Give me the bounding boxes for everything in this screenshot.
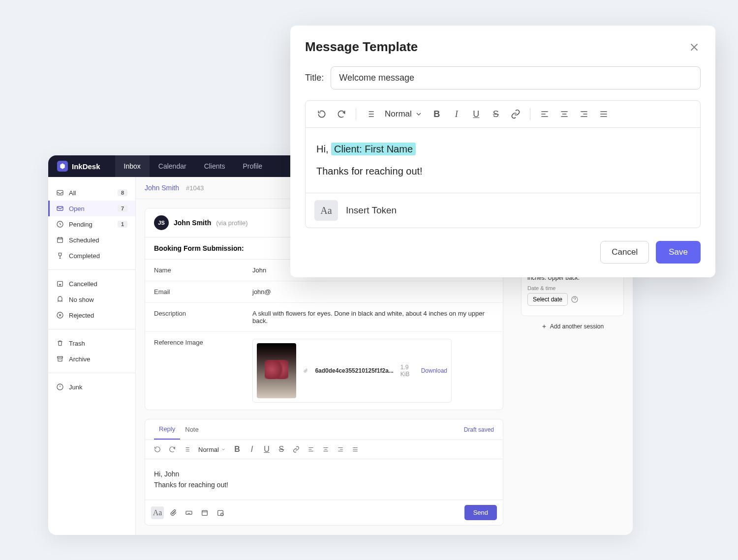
- align-left-button[interactable]: [535, 106, 554, 122]
- clock-icon: [56, 220, 64, 228]
- undo-button[interactable]: [312, 106, 331, 122]
- strike-button[interactable]: S: [275, 443, 288, 456]
- save-button[interactable]: Save: [656, 241, 701, 264]
- link-button[interactable]: [290, 443, 303, 456]
- sidebar-item-label: Rejected: [69, 312, 127, 319]
- chevron-down-icon: [221, 447, 226, 452]
- italic-button[interactable]: I: [447, 106, 466, 122]
- calendar-x-icon: [56, 280, 64, 288]
- format-select[interactable]: Normal: [381, 109, 427, 119]
- sidebar-item-label: Pending: [69, 221, 113, 228]
- sidebar-item-all[interactable]: All 8: [48, 185, 135, 201]
- format-select[interactable]: Normal: [195, 446, 229, 453]
- align-right-button[interactable]: [575, 106, 593, 122]
- editor-toolbar: Normal B I U S: [306, 101, 700, 128]
- underline-button[interactable]: U: [260, 443, 273, 456]
- reference-filename: 6ad0de4ce355210125f1f2a...: [315, 367, 393, 374]
- reference-download-link[interactable]: Download: [421, 367, 447, 374]
- tab-note[interactable]: Note: [180, 420, 203, 439]
- nav-calendar[interactable]: Calendar: [150, 155, 195, 177]
- sidebar-item-noshow[interactable]: No show: [48, 292, 135, 307]
- sidebar-item-scheduled[interactable]: Scheduled: [48, 232, 135, 248]
- sidebar-item-rejected[interactable]: Rejected: [48, 307, 135, 323]
- x-circle-icon: [56, 311, 64, 319]
- thread-client-name[interactable]: John Smith: [145, 184, 179, 192]
- attach-button[interactable]: [167, 506, 180, 519]
- field-label-email: Email: [154, 288, 252, 295]
- title-input[interactable]: [331, 66, 701, 89]
- bold-button[interactable]: B: [231, 443, 244, 456]
- schedule-button[interactable]: [214, 506, 227, 519]
- sidebar-item-junk[interactable]: Junk: [48, 379, 135, 395]
- align-justify-button[interactable]: [349, 443, 362, 456]
- draft-saved-label: Draft saved: [464, 426, 494, 433]
- alert-icon: [56, 383, 64, 391]
- sidebar-item-cancelled[interactable]: Cancelled: [48, 276, 135, 292]
- redo-button[interactable]: [332, 106, 351, 122]
- help-icon[interactable]: [571, 295, 579, 303]
- sidebar-item-open[interactable]: Open 7: [48, 201, 135, 216]
- nav-profile[interactable]: Profile: [234, 155, 271, 177]
- date-label: Date & time: [527, 285, 617, 291]
- underline-button[interactable]: U: [467, 106, 486, 122]
- app-name: InkDesk: [72, 162, 100, 171]
- sidebar-item-label: Archive: [69, 355, 127, 363]
- reference-size: 1.9 KiB: [400, 364, 414, 378]
- redo-button[interactable]: [166, 443, 179, 456]
- sidebar-item-label: Cancelled: [69, 280, 127, 288]
- sidebar-item-trash[interactable]: Trash: [48, 335, 135, 351]
- align-left-button[interactable]: [305, 443, 317, 456]
- editor-body[interactable]: Hi, Client: First Name Thanks for reachi…: [306, 128, 700, 193]
- composer-body[interactable]: Hi, John Thanks for reaching out!: [145, 459, 503, 500]
- align-center-button[interactable]: [555, 106, 574, 122]
- calendar-icon: [56, 236, 64, 244]
- list-button[interactable]: [361, 106, 380, 122]
- close-button[interactable]: [688, 41, 701, 54]
- reference-thumbnail[interactable]: [257, 343, 296, 398]
- composer-toolbar: Normal B I U S: [145, 440, 503, 459]
- reference-attachment: 6ad0de4ce355210125f1f2a... 1.9 KiB Downl…: [252, 339, 452, 403]
- select-date-button[interactable]: Select date: [527, 293, 568, 306]
- app-logo: InkDesk: [57, 161, 100, 172]
- align-center-button[interactable]: [319, 443, 332, 456]
- count-badge: 8: [118, 189, 127, 196]
- sidebar-item-completed[interactable]: Completed: [48, 248, 135, 264]
- composer-line-greeting: Hi, John: [154, 470, 494, 478]
- sidebar-item-label: Trash: [69, 340, 127, 347]
- keyboard-button[interactable]: [183, 506, 195, 519]
- strike-button[interactable]: S: [487, 106, 505, 122]
- template-editor: Normal B I U S Hi, Client: First Name Th…: [305, 100, 701, 228]
- sidebar: All 8 Open 7 Pending 1 Scheduled: [48, 177, 136, 535]
- nav-clients[interactable]: Clients: [195, 155, 234, 177]
- chevron-down-icon: [415, 110, 423, 118]
- align-justify-button[interactable]: [594, 106, 613, 122]
- insert-token-row[interactable]: Aa Insert Token: [306, 193, 700, 228]
- token-icon: Aa: [314, 200, 338, 221]
- cancel-button[interactable]: Cancel: [600, 241, 649, 264]
- message-template-modal: Message Template Title: Normal B I U S: [290, 26, 715, 277]
- insert-token-label: Insert Token: [346, 205, 397, 216]
- sidebar-item-label: Junk: [69, 383, 127, 391]
- trophy-icon: [56, 252, 64, 260]
- nav-inbox[interactable]: Inbox: [115, 155, 150, 177]
- avatar: JS: [154, 215, 169, 230]
- list-button[interactable]: [181, 443, 193, 456]
- italic-button[interactable]: I: [246, 443, 258, 456]
- add-session-button[interactable]: Add another session: [521, 323, 624, 330]
- logo-icon: [57, 161, 68, 172]
- link-button[interactable]: [506, 106, 525, 122]
- plus-icon: [541, 324, 547, 329]
- undo-button[interactable]: [151, 443, 164, 456]
- from-name: John Smith: [174, 219, 211, 227]
- svg-rect-6: [58, 356, 63, 358]
- align-right-button[interactable]: [334, 443, 347, 456]
- envelope-icon: [56, 205, 64, 212]
- token-button[interactable]: Aa: [151, 506, 164, 519]
- bold-button[interactable]: B: [428, 106, 446, 122]
- editor-token[interactable]: Client: First Name: [331, 143, 416, 155]
- send-button[interactable]: Send: [464, 505, 497, 520]
- calendar-button[interactable]: [198, 506, 211, 519]
- sidebar-item-archive[interactable]: Archive: [48, 351, 135, 367]
- tab-reply[interactable]: Reply: [154, 419, 180, 440]
- sidebar-item-pending[interactable]: Pending 1: [48, 216, 135, 232]
